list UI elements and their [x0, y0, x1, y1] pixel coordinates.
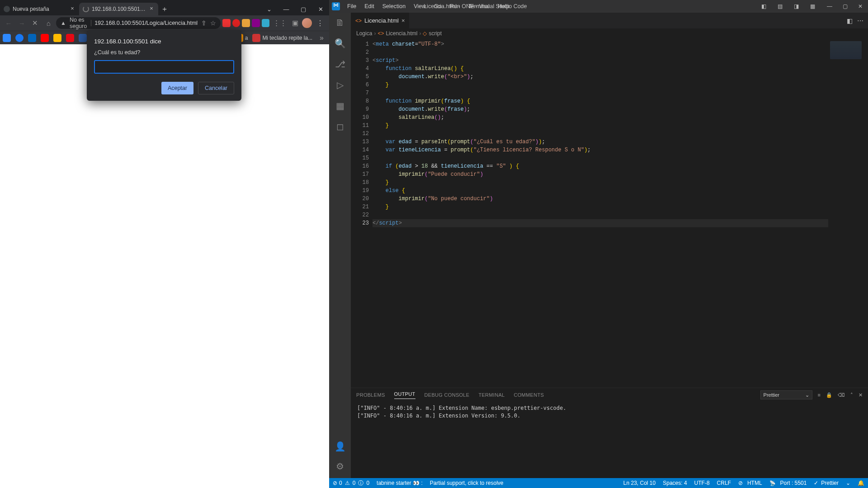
activity-bar: 🗎 🔍 ⎇ ▷ ▦ ◻ 👤 ⚙	[329, 13, 351, 478]
bookmark-icon[interactable]	[41, 34, 49, 42]
panel-tab-debug[interactable]: DEBUG CONSOLE	[425, 392, 470, 398]
chrome-tab-1-title: 192.168.0.100:5501/Logica/Licen	[92, 6, 146, 12]
lock-scroll-icon[interactable]: 🔒	[826, 392, 832, 398]
close-icon[interactable]: ×	[69, 6, 75, 12]
info-count: 0	[366, 480, 369, 486]
status-cursor[interactable]: Ln 23, Col 10	[620, 480, 659, 486]
extensions-icon[interactable]: ▦	[335, 100, 345, 111]
status-tabnine[interactable]: tabnine starter 👀 :	[373, 478, 426, 488]
dialog-input[interactable]	[94, 60, 234, 74]
menu-file[interactable]: File	[344, 2, 360, 10]
code-area[interactable]: <meta charset="UTF-8"> <script> function…	[373, 38, 828, 388]
output-channel-selector[interactable]: Prettier⌄	[760, 390, 812, 399]
status-partial[interactable]: Partial support, click to resolve	[426, 478, 507, 488]
customize-layout-icon[interactable]: ▦	[805, 0, 820, 13]
minimize-icon[interactable]: —	[278, 3, 295, 15]
forward-button[interactable]: →	[16, 17, 28, 29]
extension-icon[interactable]	[232, 19, 241, 27]
bookmark-icon[interactable]	[28, 34, 36, 42]
breadcrumb[interactable]: Logica › <> Licencia.html › ◇ script	[351, 28, 868, 38]
extensions-menu-icon[interactable]: ⋮⋮	[271, 19, 288, 27]
close-window-icon[interactable]: ✕	[312, 3, 329, 15]
toggle-secondary-sidebar-icon[interactable]: ◨	[788, 0, 804, 13]
status-encoding[interactable]: UTF-8	[691, 480, 713, 486]
new-tab-button[interactable]: ＋	[158, 3, 171, 15]
url-text: 192.168.0.100:5501/Logica/Licencia.html	[94, 20, 198, 26]
bookmark-star-icon[interactable]: ☆	[210, 19, 216, 27]
toggle-panel-icon[interactable]: ▤	[772, 0, 788, 13]
chrome-tab-1[interactable]: 192.168.0.100:5501/Logica/Licen ×	[79, 3, 158, 15]
panel-tab-comments[interactable]: COMMENTS	[514, 392, 544, 398]
output-view[interactable]: ["INFO" - 8:40:16 a. m.] Extension Name:…	[351, 402, 868, 478]
crumb-file: Licencia.html	[386, 30, 417, 37]
settings-gear-icon[interactable]: ⚙	[335, 461, 345, 472]
split-editor-icon[interactable]: ◧	[847, 17, 853, 24]
stop-reload-button[interactable]: ✕	[29, 17, 41, 29]
address-bar[interactable]: ▲ No es seguro 192.168.0.100:5501/Logica…	[56, 17, 221, 29]
favicon-icon	[4, 6, 10, 12]
vscode-logo-icon	[332, 2, 340, 10]
js-prompt-dialog: 192.168.0.100:5501 dice ¿Cuál es tu edad…	[87, 30, 241, 101]
search-icon[interactable]: 🔍	[335, 38, 345, 49]
maximize-icon[interactable]: ▢	[295, 3, 312, 15]
run-debug-icon[interactable]: ▷	[335, 80, 345, 90]
minimize-icon[interactable]: —	[822, 0, 837, 13]
clear-output-icon[interactable]: ⌫	[838, 392, 845, 398]
bookmarks-overflow-icon[interactable]: »	[317, 34, 326, 42]
bookmark-icon[interactable]	[3, 34, 11, 42]
panel-tab-problems[interactable]: PROBLEMS	[356, 392, 385, 398]
panel-tab-terminal[interactable]: TERMINAL	[478, 392, 505, 398]
bookmark-icon[interactable]	[15, 34, 24, 42]
extension-icon[interactable]	[222, 19, 231, 27]
editor-tab-licencia[interactable]: <> Licencia.html ×	[351, 13, 410, 28]
menu-selection[interactable]: Selection	[379, 2, 409, 10]
close-icon[interactable]: ×	[401, 17, 405, 24]
dropdown-icon[interactable]: ⌄	[260, 3, 278, 15]
panel-tab-output[interactable]: OUTPUT	[394, 391, 415, 399]
home-button[interactable]: ⌂	[43, 17, 55, 29]
editor[interactable]: 12345678 910111213141516 17181920212223 …	[351, 38, 868, 388]
more-actions-icon[interactable]: ⋯	[857, 17, 863, 24]
close-window-icon[interactable]: ✕	[853, 0, 868, 13]
dialog-cancel-button[interactable]: Cancelar	[198, 82, 234, 94]
vscode-editor-group: <> Licencia.html × ◧ ⋯ Logica › <> Licen…	[351, 13, 868, 478]
bookmark-icon[interactable]	[53, 34, 61, 42]
menu-edit[interactable]: Edit	[361, 2, 378, 10]
cube-icon[interactable]: ◻	[335, 121, 345, 132]
close-panel-icon[interactable]: ✕	[859, 392, 863, 398]
maximize-icon[interactable]: ▢	[837, 0, 853, 13]
chevron-down-icon: ⌄	[805, 392, 809, 398]
chrome-tab-0[interactable]: Nueva pestaña ×	[0, 3, 79, 15]
minimap[interactable]	[828, 38, 868, 388]
status-eol[interactable]: CRLF	[713, 480, 735, 486]
extension-icon[interactable]	[262, 19, 270, 27]
bookmark-link[interactable]: Mi teclado repite la...	[252, 34, 312, 42]
status-indent[interactable]: Spaces: 4	[659, 480, 690, 486]
side-panel-icon[interactable]: ▣	[290, 19, 300, 27]
panel-tab-bar: PROBLEMS OUTPUT DEBUG CONSOLE TERMINAL C…	[351, 388, 868, 402]
bookmark-icon[interactable]	[66, 34, 74, 42]
status-feedback-icon[interactable]: ⌄	[842, 480, 854, 486]
status-lang[interactable]: HTML	[735, 480, 766, 486]
share-icon[interactable]: ⇪	[201, 19, 207, 27]
panel-action-icon[interactable]: ≡	[818, 392, 821, 398]
back-button[interactable]: ←	[3, 17, 14, 29]
status-bell-icon[interactable]: 🔔	[854, 480, 868, 486]
status-problems[interactable]: 0 ⚠0 ⓘ0	[329, 478, 373, 488]
status-prettier[interactable]: ✓ Prettier	[810, 480, 842, 486]
source-control-icon[interactable]: ⎇	[335, 59, 345, 70]
extension-icon[interactable]	[252, 19, 260, 27]
accounts-icon[interactable]: 👤	[335, 441, 345, 452]
profile-avatar[interactable]	[302, 18, 312, 28]
toggle-primary-sidebar-icon[interactable]: ◧	[756, 0, 771, 13]
symbol-icon: ◇	[423, 30, 427, 37]
bookmark-label: Mi teclado repite la...	[262, 35, 312, 41]
explorer-icon[interactable]: 🗎	[335, 17, 345, 28]
close-icon[interactable]: ×	[148, 6, 155, 12]
dialog-ok-button[interactable]: Aceptar	[161, 82, 193, 94]
maximize-panel-icon[interactable]: ˄	[850, 392, 853, 398]
chrome-menu-icon[interactable]: ⋮	[314, 19, 326, 28]
bookmark-icon[interactable]	[79, 34, 87, 42]
status-port[interactable]: Port : 5501	[766, 480, 811, 486]
extension-icon[interactable]	[242, 19, 250, 27]
